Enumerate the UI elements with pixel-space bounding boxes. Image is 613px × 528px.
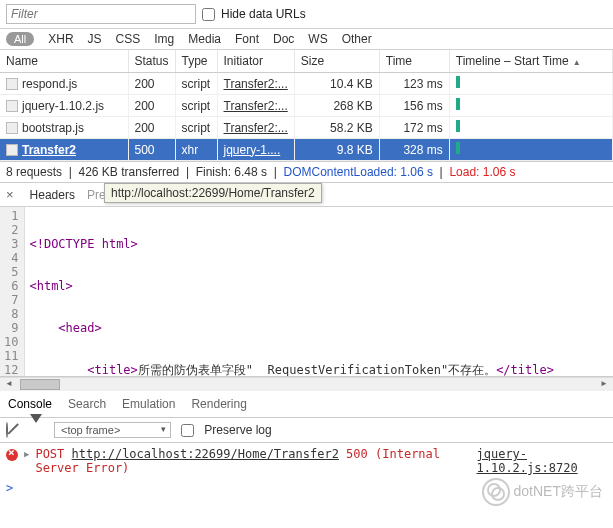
tab-emulation[interactable]: Emulation: [122, 397, 175, 411]
table-row[interactable]: bootstrap.js200scriptTransfer2:...58.2 K…: [0, 117, 613, 139]
cell-status: 200: [128, 95, 175, 117]
error-icon: [6, 449, 18, 461]
horizontal-scrollbar[interactable]: ◄►: [0, 377, 613, 391]
table-header-row: Name Status Type Initiator Size Time Tim…: [0, 50, 613, 73]
cell-status: 500: [128, 139, 175, 161]
scroll-left-icon[interactable]: ◄: [2, 379, 16, 390]
clear-console-icon[interactable]: [6, 423, 20, 437]
scroll-thumb[interactable]: [20, 379, 60, 390]
cell-type: xhr: [175, 139, 217, 161]
col-type[interactable]: Type: [175, 50, 217, 73]
cell-type: script: [175, 73, 217, 95]
drawer-tabs: Console Search Emulation Rendering: [0, 391, 613, 418]
cell-time: 328 ms: [379, 139, 449, 161]
filter-other[interactable]: Other: [342, 32, 372, 46]
cell-status: 200: [128, 73, 175, 95]
error-source-link[interactable]: jquery-1.10.2.js:8720: [476, 447, 607, 475]
cell-timeline: [449, 73, 612, 95]
cell-timeline: [449, 117, 612, 139]
code-line: <head>: [58, 321, 101, 335]
table-row[interactable]: jquery-1.10.2.js200scriptTransfer2:...26…: [0, 95, 613, 117]
filter-js[interactable]: JS: [88, 32, 102, 46]
expand-icon[interactable]: ▶: [24, 449, 29, 459]
filter-xhr[interactable]: XHR: [48, 32, 73, 46]
code-line: </title>: [496, 363, 554, 376]
domcontentloaded: DOMContentLoaded: 1.06 s: [284, 165, 433, 179]
code-line: <html>: [29, 279, 72, 293]
source-code[interactable]: <!DOCTYPE html> <html> <head> <title>所需的…: [25, 207, 613, 376]
hide-data-urls-label: Hide data URLs: [221, 7, 306, 21]
cell-timeline: [449, 95, 612, 117]
col-time[interactable]: Time: [379, 50, 449, 73]
preserve-log-label: Preserve log: [204, 423, 271, 437]
line-gutter: 1234567891011121314: [0, 207, 25, 376]
code-line: <title>: [87, 363, 138, 376]
timeline-bar: [456, 98, 460, 110]
col-size[interactable]: Size: [294, 50, 379, 73]
hide-data-urls-checkbox[interactable]: [202, 8, 215, 21]
cell-initiator: Transfer2:...: [217, 73, 294, 95]
col-status[interactable]: Status: [128, 50, 175, 73]
tab-console[interactable]: Console: [8, 397, 52, 411]
http-method: POST: [35, 447, 64, 461]
file-icon: [6, 144, 18, 156]
cell-size: 9.8 KB: [294, 139, 379, 161]
filter-css[interactable]: CSS: [116, 32, 141, 46]
code-line: 所需的防伪表单字段"__RequestVerificationToken"不存在…: [138, 363, 496, 376]
cell-size: 268 KB: [294, 95, 379, 117]
filter-toolbar: Hide data URLs: [0, 0, 613, 29]
filter-all[interactable]: All: [6, 32, 34, 46]
sort-asc-icon: ▲: [573, 58, 581, 67]
table-row[interactable]: respond.js200scriptTransfer2:...10.4 KB1…: [0, 73, 613, 95]
scroll-right-icon[interactable]: ►: [597, 379, 611, 390]
filter-input[interactable]: [6, 4, 196, 24]
file-icon: [6, 78, 18, 90]
load-time: Load: 1.06 s: [449, 165, 515, 179]
cell-name: bootstrap.js: [0, 117, 128, 139]
cell-time: 172 ms: [379, 117, 449, 139]
console-toolbar: <top frame> Preserve log: [0, 418, 613, 443]
timeline-bar: [456, 76, 460, 88]
cell-type: script: [175, 95, 217, 117]
cell-type: script: [175, 117, 217, 139]
table-row[interactable]: Transfer2500xhrjquery-1....9.8 KB328 ms: [0, 139, 613, 161]
filter-doc[interactable]: Doc: [273, 32, 294, 46]
console-error-row[interactable]: ▶ POST http://localhost:22699/Home/Trans…: [6, 447, 607, 475]
file-icon: [6, 100, 18, 112]
requests-count: 8 requests: [6, 165, 62, 179]
tab-rendering[interactable]: Rendering: [191, 397, 246, 411]
col-initiator[interactable]: Initiator: [217, 50, 294, 73]
filter-img[interactable]: Img: [154, 32, 174, 46]
frame-selector[interactable]: <top frame>: [54, 422, 171, 438]
type-filter-row: All XHR JS CSS Img Media Font Doc WS Oth…: [0, 29, 613, 50]
cell-time: 123 ms: [379, 73, 449, 95]
console-prompt[interactable]: >: [0, 479, 613, 497]
cell-name: respond.js: [0, 73, 128, 95]
timeline-bar: [456, 120, 460, 132]
col-timeline[interactable]: Timeline – Start Time▲: [449, 50, 612, 73]
cell-initiator: jquery-1....: [217, 139, 294, 161]
cell-timeline: [449, 139, 612, 161]
finish-time: Finish: 6.48 s: [196, 165, 267, 179]
file-icon: [6, 122, 18, 134]
cell-size: 10.4 KB: [294, 73, 379, 95]
tab-headers[interactable]: Headers: [30, 188, 75, 202]
cell-time: 156 ms: [379, 95, 449, 117]
cell-name: Transfer2: [0, 139, 128, 161]
tab-search[interactable]: Search: [68, 397, 106, 411]
preserve-log-checkbox[interactable]: [181, 424, 194, 437]
console-output: ▶ POST http://localhost:22699/Home/Trans…: [0, 443, 613, 479]
network-table: Name Status Type Initiator Size Time Tim…: [0, 50, 613, 161]
col-name[interactable]: Name: [0, 50, 128, 73]
filter-ws[interactable]: WS: [308, 32, 327, 46]
source-pane: 1234567891011121314 <!DOCTYPE html> <htm…: [0, 207, 613, 377]
close-icon[interactable]: ×: [6, 187, 14, 202]
timeline-label: Timeline – Start Time: [456, 54, 569, 68]
error-url[interactable]: http://localhost:22699/Home/Transfer2: [72, 447, 339, 461]
transferred: 426 KB transferred: [79, 165, 180, 179]
filter-font[interactable]: Font: [235, 32, 259, 46]
cell-size: 58.2 KB: [294, 117, 379, 139]
filter-icon[interactable]: [30, 423, 44, 437]
cell-status: 200: [128, 117, 175, 139]
filter-media[interactable]: Media: [188, 32, 221, 46]
